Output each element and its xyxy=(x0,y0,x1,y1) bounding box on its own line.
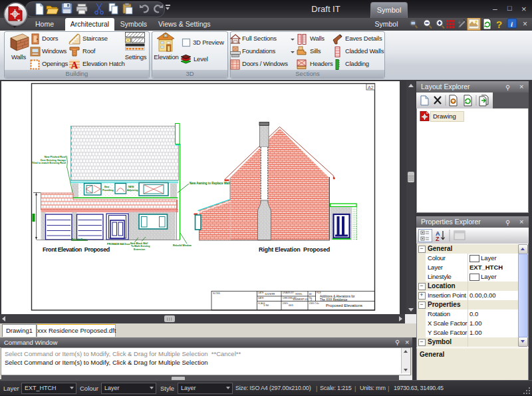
svg-text:New Awning to Replace Wall: New Awning to Replace Wall xyxy=(190,182,230,185)
svg-text:Z: Z xyxy=(436,236,440,242)
svg-text:Over Existing Garage: Over Existing Garage xyxy=(40,159,66,162)
svg-text:FILE:: FILE: xyxy=(317,292,322,294)
svg-text:To Math Existing: To Math Existing xyxy=(131,245,150,248)
svg-text:New: New xyxy=(104,186,110,188)
svg-text:1223/99: 1223/99 xyxy=(265,292,275,296)
svg-text:Extension: Extension xyxy=(134,248,145,251)
svg-text:Rebuild Window: Rebuild Window xyxy=(173,244,192,247)
svg-text:Proposed Elevations: Proposed Elevations xyxy=(326,303,362,307)
svg-text:NEW: NEW xyxy=(128,186,134,188)
svg-text:DATE:: DATE: xyxy=(258,297,264,299)
svg-text:The XXX Residence: The XXX Residence xyxy=(320,298,348,301)
svg-text:Tiled to match Existing Roof: Tiled to match Existing Roof xyxy=(32,162,66,164)
svg-text:001: 001 xyxy=(289,303,294,307)
svg-text:Adjoining: Adjoining xyxy=(127,189,138,192)
svg-text:A: A xyxy=(71,60,78,71)
svg-text:×: × xyxy=(523,19,527,29)
svg-text:1:50: 1:50 xyxy=(263,303,269,307)
svg-text:DRAWN BY:: DRAWN BY: xyxy=(283,292,295,294)
svg-text:Front Elevation Proposed: Front Elevation Proposed xyxy=(43,246,110,253)
svg-text:New Pitched Roof: New Pitched Roof xyxy=(45,156,66,158)
svg-text:DWG:: DWG: xyxy=(283,302,289,305)
svg-text:Providing: Providing xyxy=(102,189,114,192)
svg-text:?: ? xyxy=(496,19,502,30)
svg-text:PROMADE 844 Door: PROMADE 844 Door xyxy=(107,243,130,246)
svg-text:A2: A2 xyxy=(368,85,374,90)
svg-text:Right Elevation Proposed: Right Elevation Proposed xyxy=(259,246,330,253)
svg-text:4: 4 xyxy=(311,299,312,301)
svg-text:10058XP 01: 10058XP 01 xyxy=(293,297,309,301)
svg-text:Rebuild Door: Rebuild Door xyxy=(72,238,87,241)
svg-text:A2: A2 xyxy=(309,293,312,296)
svg-text:DWG Title:: DWG Title: xyxy=(309,302,320,305)
svg-text:DATE:: DATE: xyxy=(258,292,264,294)
svg-text:NOTES: NOTES xyxy=(213,292,220,295)
svg-text:XXXL: XXXL xyxy=(295,292,303,296)
svg-text:New Black Wall: New Black Wall xyxy=(130,242,148,245)
